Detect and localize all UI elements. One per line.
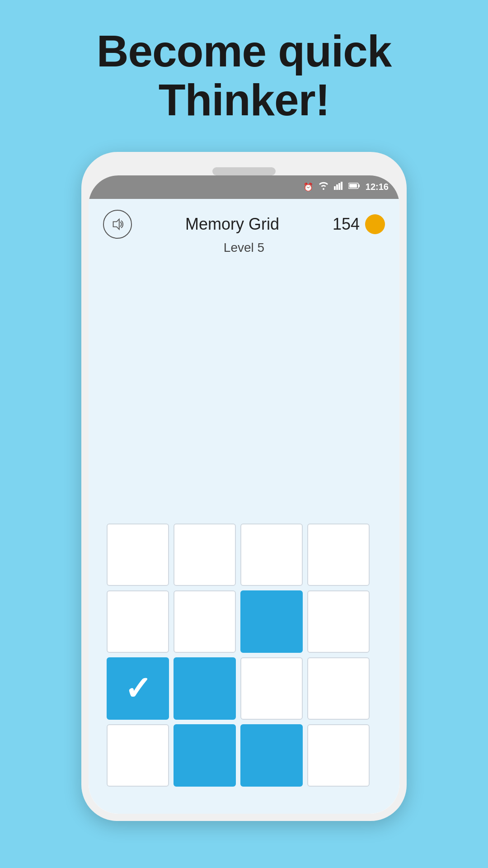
grid-cell-3-0[interactable]: [107, 724, 169, 787]
grid-cell-3-2[interactable]: [240, 724, 303, 787]
grid-cell-1-3[interactable]: [307, 590, 370, 653]
grid-row-2: ✓: [107, 657, 381, 720]
memory-grid: ✓: [89, 514, 399, 814]
grid-cell-0-1[interactable]: [174, 524, 236, 586]
phone-screen: ⏰: [89, 175, 399, 814]
phone-speaker: [212, 167, 276, 175]
grid-cell-2-2[interactable]: [240, 657, 303, 720]
grid-cell-0-3[interactable]: [307, 524, 370, 586]
grid-cell-0-0[interactable]: [107, 524, 169, 586]
sound-button[interactable]: [103, 210, 132, 239]
promo-line1: Become quick: [97, 26, 391, 76]
grid-cell-1-1[interactable]: [174, 590, 236, 653]
grid-cell-2-1[interactable]: [174, 657, 236, 720]
wifi-icon: [319, 182, 328, 192]
grid-row-1: [107, 590, 381, 653]
checkmark-icon: ✓: [124, 672, 151, 705]
grid-cell-3-1[interactable]: [174, 724, 236, 787]
coin-icon: [365, 214, 385, 234]
status-bar: ⏰: [89, 175, 399, 199]
score-number: 154: [333, 215, 360, 234]
svg-rect-0: [334, 186, 336, 190]
promo-line2: Thinker!: [159, 75, 330, 125]
svg-rect-6: [349, 184, 357, 188]
sound-icon: [110, 217, 125, 232]
phone-frame: ⏰: [81, 152, 407, 821]
level-label: Level 5: [103, 241, 385, 255]
battery-icon: [348, 182, 360, 192]
app-title: Memory Grid: [185, 215, 279, 234]
signal-icon: [334, 182, 343, 192]
grid-cell-3-3[interactable]: [307, 724, 370, 787]
content-spacer: [89, 260, 399, 514]
grid-row-0: [107, 524, 381, 586]
grid-cell-2-0[interactable]: ✓: [107, 657, 169, 720]
app-content: Memory Grid 154 Level 5 ✓: [89, 199, 399, 814]
svg-rect-1: [336, 184, 338, 190]
grid-cell-2-3[interactable]: [307, 657, 370, 720]
alarm-icon: ⏰: [303, 182, 313, 192]
app-header: Memory Grid 154 Level 5: [89, 199, 399, 260]
grid-cell-0-2[interactable]: [240, 524, 303, 586]
grid-cell-1-2[interactable]: [240, 590, 303, 653]
svg-rect-2: [338, 183, 340, 190]
svg-rect-5: [358, 184, 360, 187]
svg-rect-3: [341, 182, 343, 190]
grid-row-3: [107, 724, 381, 787]
grid-cell-1-0[interactable]: [107, 590, 169, 653]
status-time: 12:16: [366, 182, 389, 192]
score-area: 154: [333, 214, 385, 234]
promo-title: Become quick Thinker!: [97, 27, 391, 125]
svg-marker-7: [113, 219, 119, 229]
